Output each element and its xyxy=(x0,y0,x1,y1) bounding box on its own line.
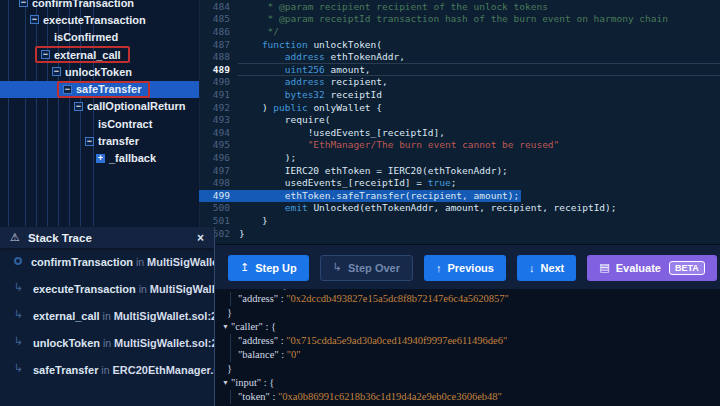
state-inspector: "contract" : {"address" : "0x2dccdb49382… xyxy=(214,289,720,406)
line-number[interactable]: 501 xyxy=(199,215,230,228)
collapse-arrow-icon[interactable]: ▼ xyxy=(222,376,229,390)
tree-item-transfer[interactable]: −transfer xyxy=(0,132,199,149)
tree-item-unlockToken[interactable]: −unlockToken xyxy=(0,63,199,80)
collapse-icon[interactable]: − xyxy=(85,137,94,146)
collapse-icon[interactable]: − xyxy=(30,15,39,24)
line-number[interactable]: 492 xyxy=(199,102,230,115)
stack-frame-confirmTransaction[interactable]: confirmTransaction in MultiSigWallet.sol… xyxy=(0,247,214,274)
tree-item-executeTransaction[interactable]: −executeTransaction xyxy=(0,11,199,28)
tree-item-callOptionalReturn[interactable]: −callOptionalReturn xyxy=(0,98,199,115)
button-label: Evaluate xyxy=(616,262,661,274)
tree-item-label: safeTransfer xyxy=(76,83,141,95)
step-up-button[interactable]: ↥Step Up xyxy=(228,255,309,281)
line-number[interactable]: 496 xyxy=(199,152,230,165)
collapse-arrow-icon[interactable]: ▼ xyxy=(222,320,229,334)
tree-item-safeTransfer[interactable]: −safeTransfer xyxy=(0,81,199,98)
code-line: address ethTokenAddr, xyxy=(239,51,720,64)
stack-frame-text: external_call in MultiSigWallet.sol:230 xyxy=(33,306,214,324)
code-token: function xyxy=(262,39,308,50)
stack-frame-separator: in xyxy=(100,337,114,349)
line-number[interactable]: 497 xyxy=(199,165,230,178)
tree-item-group: −transfer xyxy=(79,132,148,149)
line-number[interactable]: 486 xyxy=(199,26,230,39)
tree-item-isConfirmed[interactable]: isConfirmed xyxy=(0,29,199,46)
state-key: "address" xyxy=(238,335,278,346)
tree-item-group: isContract xyxy=(79,115,161,132)
collapse-icon[interactable]: − xyxy=(63,85,72,94)
line-number[interactable]: 493 xyxy=(199,114,230,127)
tree-item-label: callOptionalReturn xyxy=(87,100,185,112)
stack-frame-external_call[interactable]: ↳external_call in MultiSigWallet.sol:230 xyxy=(0,301,214,328)
tree-item-label: transfer xyxy=(98,135,139,147)
code-token: * @param recipient recipient of the unlo… xyxy=(239,1,548,12)
line-number[interactable]: 495 xyxy=(199,139,230,152)
line-number[interactable]: 498 xyxy=(199,177,230,190)
stack-frame-separator: in xyxy=(133,256,147,268)
code-editor[interactable]: 4844854864874884894904914924934944954964… xyxy=(199,0,720,244)
next-button[interactable]: ↓Next xyxy=(517,255,576,281)
collapse-icon[interactable]: − xyxy=(74,102,83,111)
line-number[interactable]: 500 xyxy=(199,202,230,215)
collapse-icon[interactable]: − xyxy=(41,50,50,59)
state-line-text: "input" : { xyxy=(231,376,274,390)
previous-button[interactable]: ↑Previous xyxy=(424,255,506,281)
code-token: recipient, xyxy=(325,76,388,87)
editor-gutter[interactable]: 4844854864874884894904914924934944954964… xyxy=(199,0,236,244)
state-colon: : xyxy=(278,293,286,304)
tree-item-external_call[interactable]: −external_call xyxy=(0,46,199,63)
step-over-button[interactable]: ↳Step Over xyxy=(320,255,413,281)
button-label: Next xyxy=(540,262,564,274)
code-token: receiptId xyxy=(325,89,382,100)
code-token: true xyxy=(428,177,451,188)
state-key: "contract" xyxy=(231,289,273,290)
code-token: * @param receiptId transaction hash of t… xyxy=(239,13,668,24)
stack-frame-location: MultiSigWallet.sol:230 xyxy=(114,310,214,322)
line-number[interactable]: 484 xyxy=(199,1,230,14)
stack-frame-unlockToken[interactable]: ↳unlockToken in MultiSigWallet.sol:257 xyxy=(0,328,214,355)
code-line: !usedEvents_[receiptId], xyxy=(239,127,720,140)
state-line-address: "address" : "0x2dccdb493827e15a5dc8f8b72… xyxy=(214,292,720,306)
step-over-icon: ↳ xyxy=(333,261,342,274)
code-line: * @param receiptId transaction hash of t… xyxy=(239,13,720,26)
line-number[interactable]: 489 xyxy=(199,64,230,77)
collapse-icon[interactable]: − xyxy=(19,0,28,7)
stack-frame-function: confirmTransaction xyxy=(31,256,133,268)
state-value: "0x2dccdb493827e15a5dc8f8b72147e6c4a5620… xyxy=(286,293,509,304)
tree-item-group: −external_call xyxy=(35,46,130,63)
code-line: address recipient, xyxy=(239,76,720,89)
code-line: usedEvents_[receiptId] = true; xyxy=(239,177,720,190)
line-number[interactable]: 490 xyxy=(199,76,230,89)
state-line-text: } xyxy=(227,362,232,376)
line-number[interactable]: 491 xyxy=(199,89,230,102)
code-token: } xyxy=(239,215,268,226)
code-token xyxy=(239,139,308,150)
code-token: ; xyxy=(451,177,457,188)
close-icon[interactable]: × xyxy=(197,231,204,245)
stack-frame-executeTransaction[interactable]: ↳executeTransaction in MultiSigWallet.so… xyxy=(0,274,214,301)
stack-frame-safeTransfer[interactable]: ↳safeTransfer in ERC20EthManager.sol:499 xyxy=(0,355,214,382)
line-number[interactable]: 499 xyxy=(199,190,230,203)
code-line: ); xyxy=(239,152,720,165)
editor-code: * @param recipient recipient of the unlo… xyxy=(239,0,720,244)
line-number[interactable]: 487 xyxy=(199,39,230,52)
tree-item-isContract[interactable]: isContract xyxy=(0,115,199,132)
expand-icon[interactable]: + xyxy=(96,154,105,163)
state-value: "0x715cdda5e9ad30a0ced14940f9997ee611496… xyxy=(286,335,507,346)
code-line: uint256 amount, xyxy=(239,64,720,77)
code-token xyxy=(239,76,285,87)
tree-item-_fallback[interactable]: +_fallback xyxy=(0,150,199,167)
state-key: "address" xyxy=(238,293,278,304)
tree-item-label: isConfirmed xyxy=(54,31,118,43)
evaluate-button[interactable]: ▤EvaluateBETA xyxy=(587,255,717,281)
stack-trace-panel: ⚠ Stack Trace × confirmTransaction in Mu… xyxy=(0,227,215,406)
collapse-icon[interactable]: − xyxy=(52,67,61,76)
line-number[interactable]: 485 xyxy=(199,13,230,26)
state-bracket: { xyxy=(269,377,274,388)
stack-frame-location: MultiSigWallet.sol:203 xyxy=(150,283,214,295)
tree-item-confirmTransaction[interactable]: −confirmTransaction xyxy=(0,0,199,11)
code-line: bytes32 receiptId xyxy=(239,89,720,102)
stack-trace-header: ⚠ Stack Trace × xyxy=(0,227,214,248)
code-token: "EthManager/The burn event cannot be reu… xyxy=(308,139,560,150)
line-number[interactable]: 488 xyxy=(199,51,230,64)
line-number[interactable]: 494 xyxy=(199,127,230,140)
